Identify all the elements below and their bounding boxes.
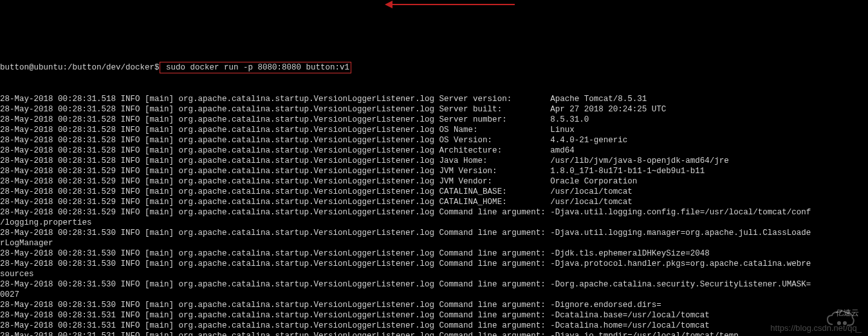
log-line: 28-May-2018 00:28:31.529 INFO [main] org… — [0, 166, 868, 176]
log-line: sources — [0, 269, 868, 279]
log-line: /logging.properties — [0, 218, 868, 228]
log-line: 28-May-2018 00:28:31.531 INFO [main] org… — [0, 310, 868, 321]
log-line: 28-May-2018 00:28:31.528 INFO [main] org… — [0, 145, 868, 156]
log-lines: 28-May-2018 00:28:31.518 INFO [main] org… — [0, 94, 868, 336]
log-line: 28-May-2018 00:28:31.530 INFO [main] org… — [0, 228, 868, 238]
log-line: 28-May-2018 00:28:31.529 INFO [main] org… — [0, 207, 868, 218]
log-line: 28-May-2018 00:28:31.530 INFO [main] org… — [0, 248, 868, 259]
log-line: 28-May-2018 00:28:31.530 INFO [main] org… — [0, 300, 868, 310]
shell-prompt: button@ubuntu:/button/dev/docker$ — [0, 62, 160, 73]
watermark-cn-text: 亿速云 — [836, 308, 859, 318]
log-line: 28-May-2018 00:28:31.528 INFO [main] org… — [0, 125, 868, 135]
log-line: 28-May-2018 00:28:31.531 INFO [main] org… — [0, 331, 868, 336]
log-line: 28-May-2018 00:28:31.529 INFO [main] org… — [0, 187, 868, 197]
log-line: 28-May-2018 00:28:31.529 INFO [main] org… — [0, 197, 868, 207]
log-line: 28-May-2018 00:28:31.531 INFO [main] org… — [0, 321, 868, 331]
log-line: 28-May-2018 00:28:31.528 INFO [main] org… — [0, 135, 868, 145]
log-line: 28-May-2018 00:28:31.528 INFO [main] org… — [0, 156, 868, 166]
log-line: 28-May-2018 00:28:31.518 INFO [main] org… — [0, 94, 868, 104]
log-line: rLogManager — [0, 238, 868, 248]
log-line: 0027 — [0, 290, 868, 300]
log-line: 28-May-2018 00:28:31.529 INFO [main] org… — [0, 176, 868, 187]
terminal-output[interactable]: button@ubuntu:/button/dev/docker$ sudo d… — [0, 41, 868, 336]
log-line: 28-May-2018 00:28:31.530 INFO [main] org… — [0, 259, 868, 269]
annotation-arrow — [392, 4, 515, 5]
log-line: 28-May-2018 00:28:31.528 INFO [main] org… — [0, 115, 868, 125]
log-line: 28-May-2018 00:28:31.530 INFO [main] org… — [0, 279, 868, 290]
watermark-url: https://blog.csdn.net/qq_ — [770, 323, 862, 333]
log-line: 28-May-2018 00:28:31.528 INFO [main] org… — [0, 104, 868, 115]
highlighted-command: sudo docker run -p 8080:8080 button:v1 — [160, 62, 352, 73]
command-line[interactable]: button@ubuntu:/button/dev/docker$ sudo d… — [0, 62, 868, 73]
